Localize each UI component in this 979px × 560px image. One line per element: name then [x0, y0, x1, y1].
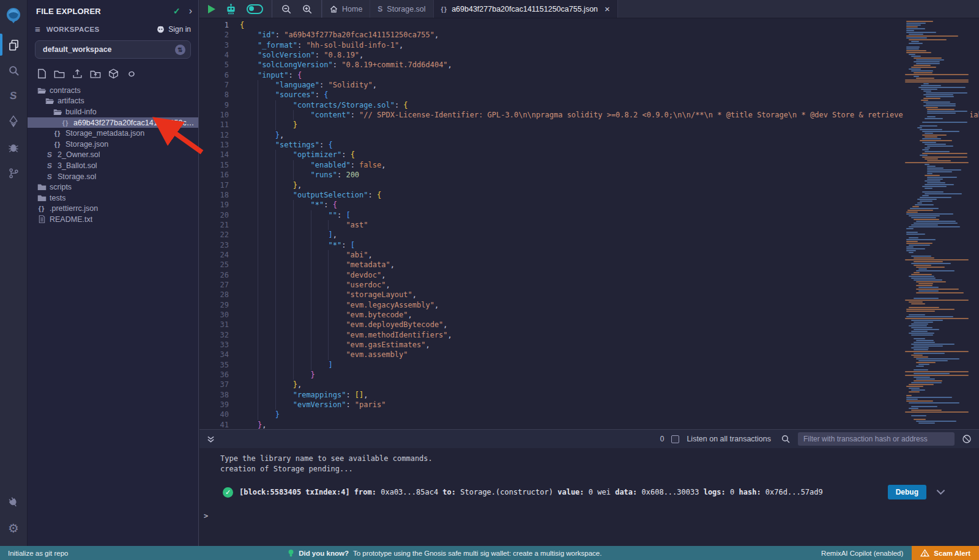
copilot-toggle[interactable]: [247, 4, 263, 14]
workspaces-menu-icon[interactable]: ≡: [35, 24, 40, 34]
code-line[interactable]: 2 "id": "a69b43f277ba20fcac141151250ca75…: [199, 30, 979, 40]
tab-home[interactable]: Home: [322, 0, 370, 18]
tree-item[interactable]: contracts: [28, 85, 198, 96]
code-line[interactable]: 14 "optimizer": {: [199, 150, 979, 160]
code-line[interactable]: 23 "*": [: [199, 240, 979, 250]
code-line[interactable]: 39 "evmVersion": "paris": [199, 400, 979, 410]
publish-gist-link-icon[interactable]: [126, 70, 137, 78]
code-line[interactable]: 6 "input": {: [199, 70, 979, 80]
terminal-output[interactable]: Type the library name to see available c…: [199, 448, 979, 520]
code-line[interactable]: 37 },: [199, 380, 979, 389]
tab-a69b43f277ba20fcac141151250ca755-json[interactable]: {}a69b43f277ba20fcac141151250ca755.json×: [434, 0, 618, 18]
tree-item[interactable]: SStorage.sol: [28, 171, 198, 182]
new-file-icon[interactable]: [37, 68, 47, 79]
sidebar-item-solidity-compiler[interactable]: S: [0, 83, 28, 109]
code-line[interactable]: 41 },: [199, 420, 979, 429]
code-line[interactable]: 30 "evm.bytecode",: [199, 310, 979, 320]
transaction-filter-input[interactable]: [798, 432, 955, 446]
tree-item[interactable]: {}.prettierrc.json: [28, 204, 198, 215]
sidebar-item-git[interactable]: [0, 160, 28, 186]
code-line[interactable]: 22 ],: [199, 230, 979, 240]
sidebar-item-deploy-run[interactable]: [0, 109, 28, 134]
scam-alert-button[interactable]: Scam Alert: [912, 546, 979, 560]
terminal-collapse-icon[interactable]: [207, 435, 215, 443]
run-script-button[interactable]: [208, 5, 215, 13]
upload-folder-icon[interactable]: [90, 69, 101, 79]
listen-all-transactions-checkbox[interactable]: [671, 435, 679, 443]
transaction-log-row[interactable]: ✓ [block:5583405 txIndex:4] from: 0xa03.…: [199, 483, 979, 501]
remixai-robot-icon[interactable]: [225, 3, 237, 15]
code-line[interactable]: 17 },: [199, 180, 979, 190]
git-init-status[interactable]: Initialize as git repo: [8, 550, 68, 557]
tab-storage-sol[interactable]: SStorage.sol: [370, 0, 433, 18]
tree-item[interactable]: {}a69b43f277ba20fcac141151250ca755.json: [28, 117, 198, 128]
tree-item[interactable]: scripts: [28, 182, 198, 193]
debug-button[interactable]: Debug: [888, 485, 926, 499]
code-line[interactable]: 35 ]: [199, 360, 979, 370]
upload-file-icon[interactable]: [72, 68, 83, 79]
code-line[interactable]: 18 "outputSelection": {: [199, 190, 979, 200]
close-tab-icon[interactable]: ×: [605, 4, 610, 13]
code-line[interactable]: 40 }: [199, 410, 979, 419]
ipfs-cube-icon[interactable]: [108, 68, 119, 79]
sidebar-item-plugin-manager[interactable]: [0, 490, 28, 515]
line-number: 19: [199, 200, 229, 210]
code-line[interactable]: 10 "content": "// SPDX-License-Identifie…: [199, 110, 979, 120]
editor-minimap[interactable]: [903, 18, 970, 429]
code-line[interactable]: 15 "enabled": false,: [199, 160, 979, 170]
code-line[interactable]: 9 "contracts/Storage.sol": {: [199, 100, 979, 110]
tree-item[interactable]: {}Storage.json: [28, 139, 198, 150]
terminal-search-icon[interactable]: [781, 434, 791, 444]
code-line[interactable]: 12 },: [199, 130, 979, 140]
tree-item[interactable]: README.txt: [28, 214, 198, 225]
code-line[interactable]: 26 "devdoc",: [199, 270, 979, 280]
code-line[interactable]: 21 "ast": [199, 220, 979, 230]
tree-item[interactable]: S3_Ballot.sol: [28, 160, 198, 171]
tree-item[interactable]: S2_Owner.sol: [28, 150, 198, 161]
sidebar-item-file-explorer[interactable]: [0, 32, 28, 57]
tree-item[interactable]: {}Storage_metadata.json: [28, 128, 198, 139]
code-line[interactable]: 3 "_format": "hh-sol-build-info-1",: [199, 40, 979, 50]
code-line[interactable]: 1{: [199, 20, 979, 30]
tree-item[interactable]: build-info: [28, 106, 198, 117]
sidebar-item-settings[interactable]: ⚙: [0, 515, 28, 541]
code-line[interactable]: 32 "evm.methodIdentifiers",: [199, 330, 979, 340]
copilot-status[interactable]: RemixAI Copilot (enabled): [821, 550, 903, 557]
tree-item[interactable]: artifacts: [28, 96, 198, 107]
code-editor[interactable]: 1{2 "id": "a69b43f277ba20fcac141151250ca…: [199, 18, 979, 429]
clear-console-icon[interactable]: [962, 434, 972, 444]
code-line[interactable]: 31 "evm.deployedBytecode",: [199, 320, 979, 330]
sidebar-item-search[interactable]: [0, 57, 28, 83]
code-line[interactable]: 25 "metadata",: [199, 260, 979, 270]
code-line[interactable]: 38 "remappings": [],: [199, 390, 979, 400]
code-line[interactable]: 33 "evm.gasEstimates",: [199, 340, 979, 350]
expand-transaction-icon[interactable]: [936, 489, 945, 495]
sign-in-button[interactable]: Sign in: [156, 24, 191, 34]
code-line[interactable]: 8 "sources": {: [199, 90, 979, 100]
tree-item[interactable]: tests: [28, 193, 198, 204]
code-line[interactable]: 28 "storageLayout",: [199, 290, 979, 300]
code-line[interactable]: 19 "*": {: [199, 200, 979, 210]
code-line[interactable]: 36 }: [199, 370, 979, 380]
code-line[interactable]: 16 "runs": 200: [199, 170, 979, 180]
zoom-in-icon[interactable]: [302, 4, 313, 15]
code-line[interactable]: 5 "solcLongVersion": "0.8.19+commit.7dd6…: [199, 60, 979, 70]
code-line[interactable]: 20 "": [: [199, 210, 979, 220]
new-folder-icon[interactable]: [54, 69, 65, 79]
zoom-out-icon[interactable]: [281, 4, 292, 15]
workspace-select[interactable]: default_workspace ⇅: [35, 40, 191, 59]
code-line[interactable]: 4 "solcVersion": "0.8.19",: [199, 50, 979, 60]
code-line[interactable]: 11 }: [199, 120, 979, 130]
code-line[interactable]: 29 "evm.legacyAssembly",: [199, 300, 979, 310]
terminal-prompt[interactable]: >: [199, 512, 979, 520]
code-line[interactable]: 7 "language": "Solidity",: [199, 80, 979, 90]
tab-label: a69b43f277ba20fcac141151250ca755.json: [452, 5, 598, 13]
code-line[interactable]: 24 "abi",: [199, 250, 979, 260]
panel-expand-icon[interactable]: ›: [189, 6, 192, 17]
remix-logo[interactable]: [0, 0, 28, 32]
sidebar-item-debugger[interactable]: [0, 134, 28, 160]
accept-check-icon[interactable]: ✓: [173, 6, 181, 16]
code-line[interactable]: 34 "evm.assembly": [199, 350, 979, 359]
code-line[interactable]: 13 "settings": {: [199, 140, 979, 150]
code-line[interactable]: 27 "userdoc",: [199, 280, 979, 290]
